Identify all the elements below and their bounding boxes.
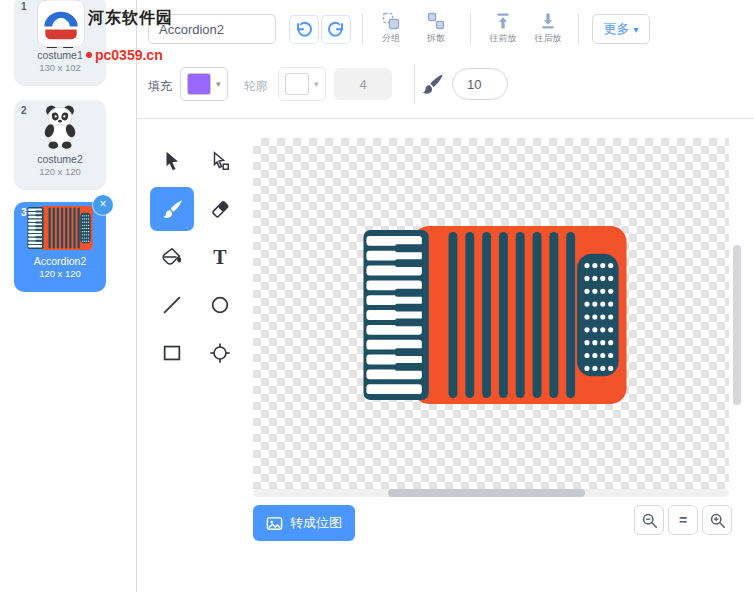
text-tool-icon: T (213, 246, 226, 269)
tool-reshape[interactable] (198, 139, 242, 183)
group-button[interactable]: 分组 (371, 11, 411, 45)
costume-thumbnail-panda (14, 0, 106, 48)
toolbar-separator-line (137, 118, 754, 119)
costume-name: costume2 (14, 153, 106, 165)
ungroup-label: 拆散 (416, 32, 456, 45)
costume-size: 120 x 120 (14, 268, 106, 279)
tool-text[interactable]: T (198, 235, 242, 279)
undo-icon (295, 21, 313, 39)
bring-forward-button[interactable]: 往前放 (483, 11, 523, 45)
bring-forward-label: 往前放 (483, 32, 523, 45)
bring-forward-icon (493, 11, 513, 31)
brush-icon (161, 198, 184, 221)
toolbar-divider (414, 64, 415, 104)
outline-label: 轮廓 (244, 78, 268, 95)
tool-line[interactable] (150, 283, 194, 327)
reshape-arrow-icon (209, 150, 231, 172)
toolbar-divider (362, 13, 363, 45)
brush-size-icon (420, 72, 445, 97)
costume-card-2[interactable]: 2 costume2 120 x 120 (14, 100, 106, 190)
tool-rectangle[interactable] (150, 331, 194, 375)
costume-name-input[interactable] (148, 14, 276, 44)
tool-center[interactable] (198, 331, 242, 375)
delete-costume-button[interactable]: × (93, 195, 113, 215)
outline-color-picker: ▾ (278, 67, 326, 101)
circle-icon (209, 294, 231, 316)
costume-name: Accordion2 (14, 255, 106, 267)
paint-editor-window: 1 costume1 130 x 102 2 costume2 120 x 12… (0, 0, 754, 592)
horizontal-scrollbar-thumb[interactable] (388, 489, 585, 497)
bitmap-icon (266, 515, 283, 532)
zoom-out-icon (641, 512, 658, 529)
costume-card-1[interactable]: 1 costume1 130 x 102 (14, 0, 106, 86)
chevron-down-icon: ▾ (633, 24, 638, 35)
send-backward-icon (538, 11, 558, 31)
eraser-icon (209, 198, 231, 220)
tool-eraser[interactable] (198, 187, 242, 231)
costume-thumbnail-accordion (14, 202, 106, 254)
costume-number: 3 (21, 207, 27, 218)
group-label: 分组 (371, 32, 411, 45)
fill-color-picker[interactable]: ▾ (180, 67, 228, 101)
crosshair-icon (209, 342, 231, 364)
accordion-artwork (356, 226, 634, 404)
ungroup-button[interactable]: 拆散 (416, 11, 456, 45)
fill-bucket-icon (161, 246, 183, 268)
paint-canvas[interactable] (253, 138, 729, 489)
costume-list-panel: 1 costume1 130 x 102 2 costume2 120 x 12… (0, 0, 137, 592)
zoom-reset-icon: = (679, 512, 687, 528)
toolbar-divider (578, 13, 579, 45)
brush-size-input[interactable] (452, 68, 508, 100)
convert-to-bitmap-label: 转成位图 (290, 514, 342, 532)
select-arrow-icon (161, 150, 183, 172)
redo-icon (327, 21, 345, 39)
fill-label: 填充 (148, 78, 172, 95)
chevron-down-icon: ▾ (314, 79, 319, 89)
costume-number: 2 (21, 105, 27, 116)
send-backward-label: 往后放 (528, 32, 568, 45)
send-backward-button[interactable]: 往后放 (528, 11, 568, 45)
outline-width-input (334, 68, 392, 100)
costume-size: 120 x 120 (14, 166, 106, 177)
zoom-in-button[interactable] (702, 505, 732, 535)
zoom-in-icon (709, 512, 726, 529)
ungroup-icon (426, 11, 446, 31)
fill-color-swatch (187, 73, 211, 95)
more-button[interactable]: 更多 ▾ (592, 14, 650, 44)
convert-to-bitmap-button[interactable]: 转成位图 (253, 505, 355, 541)
chevron-down-icon: ▾ (216, 79, 221, 89)
costume-thumbnail-panda (14, 100, 106, 152)
costume-number: 1 (21, 1, 27, 12)
zoom-reset-button[interactable]: = (668, 505, 698, 535)
line-icon (161, 294, 183, 316)
undo-button[interactable] (289, 15, 319, 44)
zoom-out-button[interactable] (634, 505, 664, 535)
tool-brush[interactable] (150, 187, 194, 231)
costume-size: 130 x 102 (14, 62, 106, 73)
zoom-controls: = (634, 505, 732, 535)
tool-palette: T (150, 139, 242, 375)
vertical-scrollbar-thumb[interactable] (733, 245, 741, 405)
rectangle-icon (161, 342, 183, 364)
costume-card-3-selected[interactable]: 3 Accordion2 120 x 120 × (14, 202, 106, 292)
tool-select[interactable] (150, 139, 194, 183)
redo-button[interactable] (321, 15, 351, 44)
more-label: 更多 (603, 20, 629, 38)
close-icon: × (99, 197, 106, 211)
toolbar-divider (470, 13, 471, 45)
tool-circle[interactable] (198, 283, 242, 327)
tool-fill[interactable] (150, 235, 194, 279)
costume-name: costume1 (14, 49, 106, 61)
outline-color-swatch (285, 73, 309, 95)
group-icon (381, 11, 401, 31)
